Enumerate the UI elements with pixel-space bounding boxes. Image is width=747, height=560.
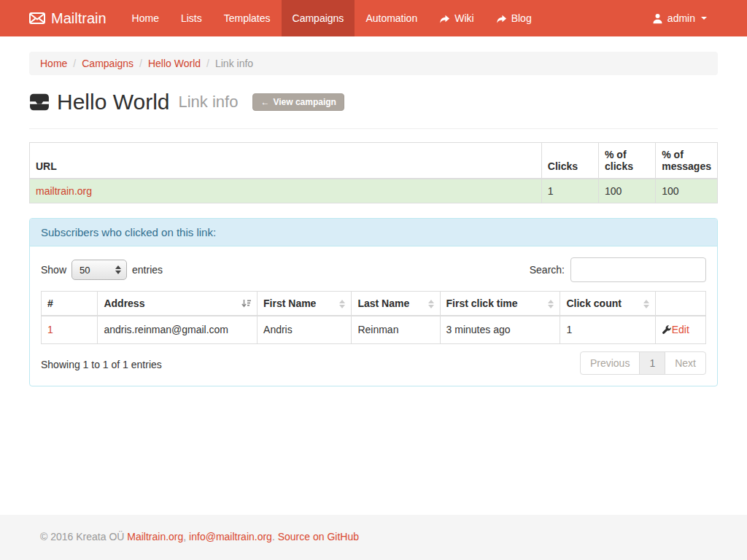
panel-body: Show 50 entries Search: # A xyxy=(30,246,717,386)
url-column-header: URL xyxy=(30,143,542,179)
subscriber-last-name-cell: Reinman xyxy=(352,316,440,343)
nav-home-label: Home xyxy=(132,12,159,24)
address-column-header[interactable]: Address xyxy=(98,292,258,316)
edit-link[interactable]: Edit xyxy=(672,324,689,335)
breadcrumb-separator: / xyxy=(201,58,215,69)
nav-wiki-link[interactable]: Wiki xyxy=(428,0,484,36)
subscriber-click-count-cell: 1 xyxy=(560,316,655,343)
page-subtitle: Link info xyxy=(179,93,239,112)
nav-campaigns-label: Campaigns xyxy=(293,12,344,24)
previous-page-button[interactable]: Previous xyxy=(580,351,640,375)
sort-icon xyxy=(643,300,649,308)
user-menu[interactable]: admin xyxy=(641,0,718,36)
url-link[interactable]: mailtrain.org xyxy=(36,185,92,197)
wrench-icon xyxy=(662,325,671,335)
next-page-button[interactable]: Next xyxy=(665,351,706,375)
breadcrumb-separator: / xyxy=(67,58,82,69)
subscribers-table: # Address First Name Last Name First cli… xyxy=(41,291,706,344)
user-icon xyxy=(652,13,663,24)
view-campaign-button[interactable]: ← View campaign xyxy=(252,93,344,111)
pagination-previous: Previous xyxy=(580,351,640,375)
envelope-logo-icon xyxy=(29,12,45,24)
nav-item-campaigns: Campaigns xyxy=(282,0,355,36)
nav-item-home: Home xyxy=(121,0,170,36)
clicks-column-header: Clicks xyxy=(541,143,598,179)
nav-item-automation: Automation xyxy=(355,0,428,36)
campaign-title: Hello World xyxy=(57,90,170,114)
url-cell: mailtrain.org xyxy=(30,179,542,203)
nav-automation-label: Automation xyxy=(365,12,417,24)
entries-info: Showing 1 to 1 of 1 entries xyxy=(41,351,162,370)
search-control: Search: xyxy=(530,257,706,282)
sort-ascending-icon xyxy=(241,299,251,308)
entries-label: entries xyxy=(132,264,163,276)
page-length-value: 50 xyxy=(80,265,115,276)
nav-lists-label: Lists xyxy=(181,12,202,24)
pct-messages-cell: 100 xyxy=(656,179,718,203)
main-nav: Home Lists Templates Campaigns Automatio… xyxy=(121,0,543,36)
footer-separator: . xyxy=(272,531,278,542)
link-stats-header-row: URL Clicks % of clicks % of messages xyxy=(30,143,718,179)
last-name-column-header[interactable]: Last Name xyxy=(352,292,440,316)
subscriber-first-click-cell: 3 minutes ago xyxy=(440,316,560,343)
breadcrumb: Home / Campaigns / Hello World / Link in… xyxy=(29,52,718,75)
subscribers-panel: Subscribers who clicked on this link: Sh… xyxy=(29,218,718,386)
index-column-header: # xyxy=(42,292,98,316)
nav-item-templates: Templates xyxy=(213,0,282,36)
nav-item-wiki: Wiki xyxy=(428,0,484,36)
user-label: admin xyxy=(667,12,695,24)
sort-icon xyxy=(548,300,554,308)
breadcrumb-campaigns: Campaigns xyxy=(82,58,133,69)
contact-email-link[interactable]: info@mailtrain.org xyxy=(189,531,272,542)
page-length-select[interactable]: 50 xyxy=(71,260,127,280)
subscriber-row: 1 andris.reinman@gmail.com Andris Reinma… xyxy=(42,316,706,343)
sort-icon xyxy=(428,300,434,308)
subscribers-header-row: # Address First Name Last Name First cli… xyxy=(42,292,706,316)
share-icon xyxy=(496,13,507,24)
page-footer: © 2016 Kreata OÜ Mailtrain.org, info@mai… xyxy=(0,515,747,560)
subscriber-index-link[interactable]: 1 xyxy=(47,324,53,335)
search-input[interactable] xyxy=(570,257,706,282)
first-name-column-header[interactable]: First Name xyxy=(258,292,352,316)
nav-blog-link[interactable]: Blog xyxy=(485,0,543,36)
navbar-right: admin xyxy=(641,0,718,36)
top-navbar: Mailtrain Home Lists Templates Campaigns… xyxy=(0,0,747,36)
datatable-footer: Showing 1 to 1 of 1 entries Previous 1 N… xyxy=(41,351,706,375)
footer-separator: , xyxy=(183,531,189,542)
pct-clicks-cell: 100 xyxy=(599,179,656,203)
breadcrumb-home: Home xyxy=(40,58,67,69)
brand-link[interactable]: Mailtrain xyxy=(29,0,107,36)
breadcrumb-home-link[interactable]: Home xyxy=(40,58,67,69)
brand-label: Mailtrain xyxy=(51,10,107,27)
click-count-column-header[interactable]: Click count xyxy=(560,292,655,316)
pct-messages-column-header: % of messages xyxy=(656,143,718,179)
title-divider xyxy=(29,128,718,129)
pct-clicks-column-header: % of clicks xyxy=(599,143,656,179)
pagination: Previous 1 Next xyxy=(580,351,706,375)
panel-title: Subscribers who clicked on this link: xyxy=(30,219,717,246)
nav-blog-label: Blog xyxy=(511,12,532,24)
breadcrumb-campaigns-link[interactable]: Campaigns xyxy=(82,58,133,69)
back-arrow-icon: ← xyxy=(260,97,269,107)
nav-home-link[interactable]: Home xyxy=(121,0,170,36)
select-stepper-icon xyxy=(115,265,121,274)
nav-automation-link[interactable]: Automation xyxy=(355,0,428,36)
breadcrumb-campaign-link[interactable]: Hello World xyxy=(148,58,201,69)
page-1-button[interactable]: 1 xyxy=(639,351,665,375)
nav-campaigns-link[interactable]: Campaigns xyxy=(282,0,355,36)
github-source-link[interactable]: Source on GitHub xyxy=(278,531,359,542)
copyright-text: © 2016 Kreata OÜ xyxy=(40,531,124,542)
breadcrumb-current: Link info xyxy=(215,58,253,69)
main-content: Home / Campaigns / Hello World / Link in… xyxy=(0,52,747,386)
nav-lists-link[interactable]: Lists xyxy=(170,0,213,36)
subscriber-address-cell: andris.reinman@gmail.com xyxy=(98,316,258,343)
nav-wiki-label: Wiki xyxy=(454,12,473,24)
sort-icon xyxy=(339,300,345,308)
subscriber-index-cell: 1 xyxy=(42,316,98,343)
page-length-control: Show 50 entries xyxy=(41,260,163,280)
mailtrain-site-link[interactable]: Mailtrain.org xyxy=(127,531,183,542)
link-stats-table: URL Clicks % of clicks % of messages mai… xyxy=(29,142,718,203)
first-click-column-header[interactable]: First click time xyxy=(440,292,560,316)
subscriber-first-name-cell: Andris xyxy=(258,316,352,343)
nav-templates-link[interactable]: Templates xyxy=(213,0,282,36)
